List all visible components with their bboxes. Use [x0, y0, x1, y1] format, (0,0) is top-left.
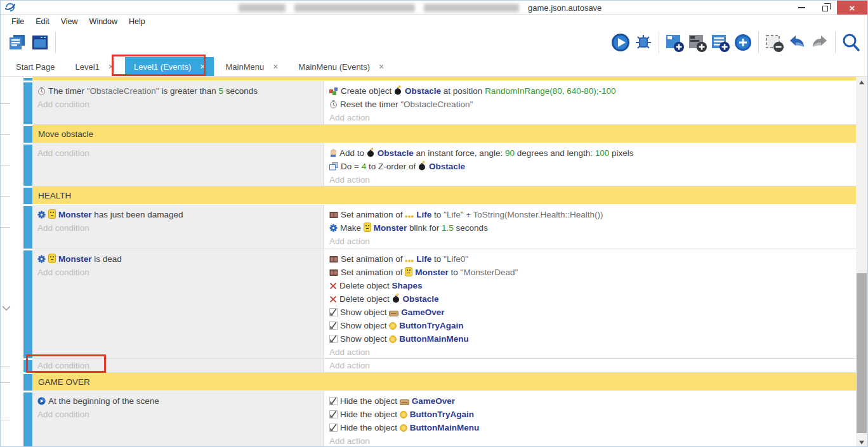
- text-segment: Show object: [340, 308, 389, 317]
- scroll-up-button[interactable]: [856, 77, 867, 87]
- text-segment: to Z-order of: [366, 162, 418, 171]
- tab-level1-events[interactable]: Level1 (Events)×: [125, 57, 214, 76]
- event-handle[interactable]: [23, 374, 32, 391]
- condition-line[interactable]: The timer "ObstacleCreation" is greater …: [32, 84, 324, 98]
- tab-level1[interactable]: Level1×: [66, 57, 122, 76]
- menu-file[interactable]: File: [6, 17, 30, 26]
- deselect-button[interactable]: [763, 30, 786, 55]
- add-action[interactable]: Add action: [324, 434, 857, 447]
- add-circle-button[interactable]: [732, 30, 754, 55]
- add-event-button[interactable]: [663, 30, 686, 55]
- event-handle[interactable]: [23, 392, 32, 447]
- add-subevent-button[interactable]: [686, 30, 709, 55]
- tab-close-icon[interactable]: ×: [200, 62, 205, 72]
- event-handle[interactable]: [23, 78, 32, 81]
- add-condition[interactable]: Add condition: [32, 146, 324, 160]
- action-line[interactable]: Show object ButtonMainMenu: [324, 332, 857, 346]
- action-line[interactable]: Create object Obstacle at position Rando…: [324, 84, 857, 98]
- menu-help[interactable]: Help: [123, 17, 151, 26]
- action-line[interactable]: Set animation of Monster to "MonsterDead…: [324, 266, 857, 279]
- redo-button[interactable]: [808, 30, 831, 55]
- timer-icon: [37, 87, 46, 95]
- comment-row: HEALTH: [1, 186, 857, 205]
- undo-button[interactable]: [786, 30, 808, 55]
- debug-button[interactable]: [632, 30, 655, 55]
- add-action[interactable]: Add action: [324, 235, 857, 248]
- add-comment-icon: [710, 32, 730, 53]
- condition-line[interactable]: Monster has just been damaged: [32, 208, 324, 221]
- action-line[interactable]: Reset the timer "ObstacleCreation": [324, 98, 857, 111]
- text-segment: At the beginning of the scene: [48, 396, 159, 406]
- add-condition[interactable]: Add condition: [32, 266, 324, 279]
- text-segment: seconds: [454, 223, 488, 233]
- action-line[interactable]: Hide the object ButtonTryAgain: [324, 408, 857, 421]
- tree-connector: [1, 196, 10, 197]
- minimize-button[interactable]: [790, 1, 813, 15]
- action-line[interactable]: Add to Obstacle an instant force, angle:…: [324, 146, 857, 160]
- add-action[interactable]: Add action: [324, 359, 857, 372]
- restore-button[interactable]: [813, 1, 837, 15]
- comment-block[interactable]: [32, 77, 857, 81]
- event-handle[interactable]: [23, 126, 32, 143]
- comment-block[interactable]: HEALTH: [32, 186, 857, 205]
- project-manager-button[interactable]: [6, 30, 29, 55]
- tab-close-icon[interactable]: ×: [109, 62, 114, 72]
- action-line[interactable]: Show object GameOver: [324, 306, 857, 319]
- menu-view[interactable]: View: [55, 17, 84, 26]
- scrollbar-thumb[interactable]: [857, 273, 867, 433]
- deselect-icon: [764, 32, 784, 53]
- collapse-chevron-icon[interactable]: [2, 302, 11, 313]
- tab-mainmenu[interactable]: MainMenu×: [216, 57, 287, 76]
- tab-close-icon[interactable]: ×: [379, 62, 384, 72]
- action-line[interactable]: Set animation of Life to "Life" + ToStri…: [324, 208, 857, 221]
- action-line[interactable]: Hide the object GameOver: [324, 394, 857, 408]
- scene-editor-button[interactable]: [29, 30, 51, 55]
- condition-line[interactable]: Monster is dead: [32, 252, 324, 266]
- menu-window[interactable]: Window: [84, 17, 123, 26]
- comment-block[interactable]: Move obstacle: [32, 125, 857, 143]
- vertical-scrollbar[interactable]: [856, 77, 867, 447]
- comment-block[interactable]: GAME OVER: [32, 373, 857, 391]
- add-condition[interactable]: Add condition: [32, 408, 324, 421]
- scroll-down-button[interactable]: [856, 437, 867, 447]
- redacted-title-segment: [294, 4, 415, 12]
- text-segment: ButtonMainMenu: [399, 334, 468, 344]
- action-line[interactable]: Delete object Obstacle: [324, 292, 857, 306]
- event-handle[interactable]: [23, 82, 32, 124]
- text-segment: to: [431, 210, 444, 219]
- zorder-icon: [329, 162, 338, 171]
- run-button[interactable]: [609, 30, 632, 55]
- add-condition[interactable]: Add condition: [32, 359, 324, 372]
- event-handle[interactable]: [23, 145, 32, 186]
- add-action[interactable]: Add action: [324, 173, 857, 186]
- action-line[interactable]: Set animation of Life to "Life0": [324, 252, 857, 266]
- text-segment: Make: [340, 223, 364, 233]
- tree-connector: [1, 366, 10, 366]
- menu-edit[interactable]: Edit: [30, 17, 55, 26]
- tab-mainmenu-events[interactable]: MainMenu (Events)×: [289, 57, 393, 76]
- condition-line[interactable]: At the beginning of the scene: [32, 394, 324, 408]
- add-action[interactable]: Add action: [324, 346, 857, 359]
- action-line[interactable]: Hide the object ButtonMainMenu: [324, 421, 857, 434]
- event-row: Add conditionAdd to Obstacle an instant …: [1, 143, 857, 186]
- action-line[interactable]: Show object ButtonTryAgain: [324, 319, 857, 332]
- add-condition[interactable]: Add condition: [32, 98, 324, 111]
- event-handle[interactable]: [23, 250, 32, 358]
- text-segment: Reset the timer: [340, 100, 400, 109]
- search-button[interactable]: [839, 30, 862, 55]
- action-line[interactable]: Make Monster blink for 1.5 seconds: [324, 221, 857, 235]
- action-line[interactable]: Delete object Shapes: [324, 279, 857, 292]
- event-row: The timer "ObstacleCreation" is greater …: [1, 81, 857, 125]
- event-handle[interactable]: [23, 206, 32, 249]
- add-condition[interactable]: Add condition: [32, 221, 324, 235]
- event-handle[interactable]: [23, 360, 32, 372]
- tab-close-icon[interactable]: ×: [273, 62, 278, 72]
- close-button[interactable]: ×: [837, 1, 867, 15]
- search-icon: [841, 32, 861, 53]
- add-action[interactable]: Add action: [324, 111, 857, 124]
- tab-start-page[interactable]: Start Page: [7, 57, 63, 76]
- add-comment-button[interactable]: [709, 30, 732, 55]
- triangle-up-icon: [859, 81, 864, 84]
- event-handle[interactable]: [23, 188, 32, 204]
- action-line[interactable]: Do = 4 to Z-order of Obstacle: [324, 160, 857, 173]
